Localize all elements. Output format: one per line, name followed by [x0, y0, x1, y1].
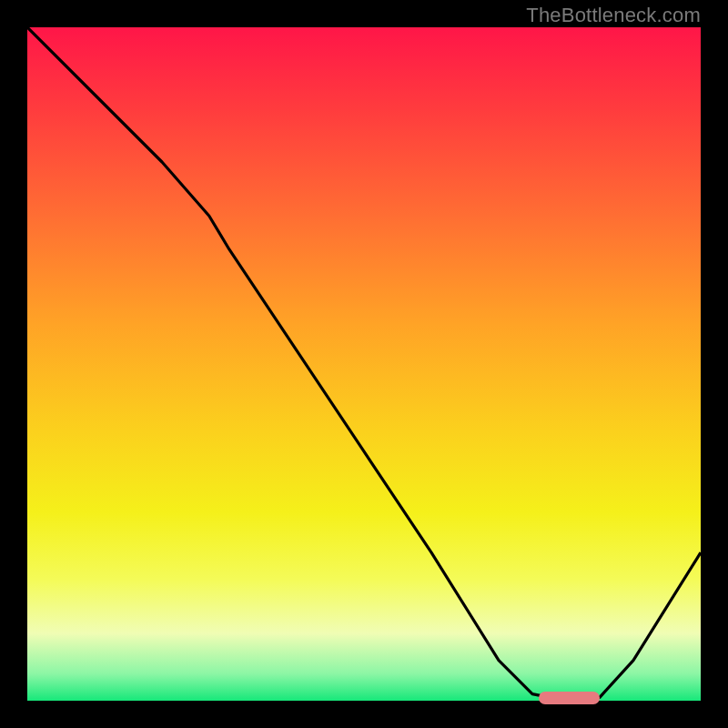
watermark-text: TheBottleneck.com [526, 4, 701, 27]
curve-layer [27, 27, 701, 701]
optimum-marker [539, 692, 600, 704]
plot-area [27, 27, 701, 701]
chart-frame: TheBottleneck.com [0, 0, 728, 728]
bottleneck-curve-path [27, 27, 701, 701]
